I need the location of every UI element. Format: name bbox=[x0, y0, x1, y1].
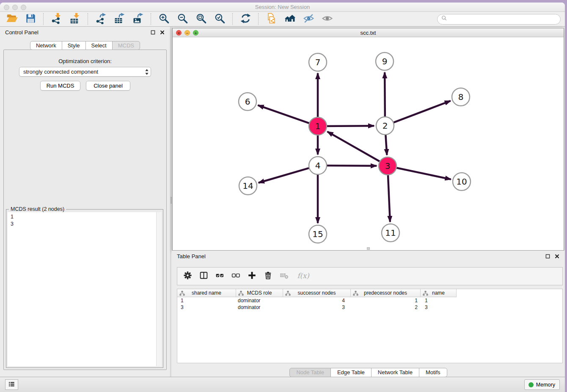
optimization-select[interactable]: strongly connected component bbox=[19, 67, 151, 77]
tab-network[interactable]: Network bbox=[30, 41, 62, 50]
zoom-selected-button[interactable] bbox=[213, 13, 226, 25]
app-window: Session: New Session Control Panel Netwo… bbox=[0, 3, 565, 392]
zoom-fit-button[interactable] bbox=[195, 13, 207, 25]
canvas-resize-grip[interactable] bbox=[367, 247, 370, 250]
table-row[interactable]: 1dominator411 bbox=[177, 297, 562, 304]
show-column-button[interactable] bbox=[199, 271, 208, 282]
tab-edge-table[interactable]: Edge Table bbox=[330, 368, 372, 377]
close-button[interactable] bbox=[4, 5, 9, 10]
export-image-icon bbox=[132, 13, 144, 26]
tab-node-table[interactable]: Node Table bbox=[289, 368, 331, 377]
search-box[interactable] bbox=[437, 14, 561, 25]
window-title: Session: New Session bbox=[0, 3, 565, 12]
refresh-icon bbox=[240, 13, 251, 26]
table-settings-button[interactable] bbox=[183, 271, 192, 282]
copy-network-icon bbox=[266, 13, 277, 26]
tab-mcds[interactable]: MCDS bbox=[112, 41, 140, 50]
trash-icon bbox=[264, 271, 272, 282]
column-header-predecessor-nodes[interactable]: predecessor nodes bbox=[351, 289, 421, 297]
column-header-shared-name[interactable]: shared name bbox=[177, 289, 236, 297]
network-minimize-button[interactable]: – bbox=[184, 30, 190, 36]
cell[interactable]: 3 bbox=[421, 304, 457, 311]
tab-style[interactable]: Style bbox=[62, 41, 86, 50]
open-folder-icon bbox=[6, 13, 18, 26]
zoom-button[interactable] bbox=[21, 5, 26, 10]
float-panel-icon[interactable] bbox=[150, 30, 156, 35]
cell[interactable]: 1 bbox=[421, 297, 457, 304]
graph-edge-1-6[interactable] bbox=[258, 105, 316, 125]
graph-edge-3-11[interactable] bbox=[388, 168, 390, 222]
zoom-in-button[interactable] bbox=[157, 13, 170, 25]
cell[interactable]: 2 bbox=[351, 304, 421, 311]
delete-column-button[interactable] bbox=[264, 271, 272, 282]
graph-edge-2-9[interactable] bbox=[385, 72, 385, 123]
run-mcds-button[interactable]: Run MCDS bbox=[40, 81, 80, 91]
export-network-button[interactable] bbox=[94, 13, 107, 25]
minimize-button[interactable] bbox=[12, 5, 18, 10]
graph-node-label: 14 bbox=[242, 181, 253, 191]
export-image-button[interactable] bbox=[132, 13, 144, 25]
graph-edge-2-8[interactable] bbox=[388, 101, 451, 125]
checkboxes-empty-icon bbox=[231, 271, 240, 282]
graph-edge-4-3[interactable] bbox=[320, 166, 377, 166]
hide-selected-button[interactable] bbox=[302, 13, 315, 25]
tab-network-table[interactable]: Network Table bbox=[371, 368, 419, 377]
cell[interactable]: 4 bbox=[283, 297, 351, 304]
memory-button[interactable]: Memory bbox=[524, 379, 560, 390]
cell[interactable]: 3 bbox=[283, 304, 351, 311]
show-panels-button[interactable] bbox=[5, 379, 18, 390]
list-icon bbox=[8, 380, 16, 389]
column-header-name[interactable]: name bbox=[421, 289, 457, 297]
network-canvas[interactable]: 7968124314101511 bbox=[173, 37, 564, 250]
network-zoom-button[interactable]: + bbox=[193, 30, 198, 36]
divider-grip[interactable] bbox=[171, 197, 172, 204]
save-icon bbox=[25, 13, 36, 26]
close-panel-icon[interactable] bbox=[160, 30, 165, 35]
table-toolbar: f(x) bbox=[177, 267, 563, 285]
column-header-mcds-role[interactable]: MCDS role bbox=[236, 289, 283, 297]
tab-motifs[interactable]: Motifs bbox=[419, 368, 447, 377]
control-panel-tabs: NetworkStyleSelectMCDS bbox=[0, 41, 170, 50]
optimization-select-value: strongly connected component bbox=[23, 69, 98, 75]
cell[interactable]: 3 bbox=[177, 304, 236, 311]
network-graph[interactable]: 7968124314101511 bbox=[173, 37, 564, 250]
graph-edge-3-10[interactable] bbox=[390, 166, 451, 179]
search-input[interactable] bbox=[449, 16, 556, 22]
graph-edge-3-1[interactable] bbox=[328, 132, 385, 165]
result-scrollbar[interactable] bbox=[156, 212, 162, 366]
float-table-panel-icon[interactable] bbox=[545, 254, 550, 259]
network-close-button[interactable]: × bbox=[176, 30, 182, 36]
toolbar-separator bbox=[232, 13, 233, 25]
import-network-button[interactable] bbox=[50, 13, 63, 25]
first-neighbors-button[interactable] bbox=[284, 13, 296, 25]
export-table-button[interactable] bbox=[113, 13, 126, 25]
column-header-successor-nodes[interactable]: successor nodes bbox=[283, 289, 351, 297]
select-all-button[interactable] bbox=[215, 271, 224, 282]
close-table-panel-icon[interactable] bbox=[554, 254, 560, 259]
zoom-out-button[interactable] bbox=[176, 13, 189, 25]
open-session-button[interactable] bbox=[6, 13, 18, 25]
graph-edge-4-14[interactable] bbox=[259, 166, 315, 183]
cell[interactable]: dominator bbox=[236, 297, 283, 304]
mcds-result-list[interactable]: 13 bbox=[8, 212, 162, 229]
cell[interactable]: 1 bbox=[351, 297, 421, 304]
add-column-button[interactable] bbox=[248, 271, 256, 282]
import-table-button[interactable] bbox=[69, 13, 81, 25]
tab-select[interactable]: Select bbox=[85, 41, 113, 50]
table-row[interactable]: 3dominator323 bbox=[177, 304, 562, 311]
window-titlebar[interactable]: Session: New Session bbox=[0, 3, 565, 12]
network-window-titlebar[interactable]: × – + scc.txt bbox=[173, 28, 564, 37]
save-session-button[interactable] bbox=[24, 13, 37, 25]
cell[interactable]: 1 bbox=[177, 297, 236, 304]
close-panel-button[interactable]: Close panel bbox=[86, 81, 130, 91]
graph-node-label: 1 bbox=[315, 121, 321, 131]
cell[interactable]: dominator bbox=[236, 304, 283, 311]
new-network-from-selection-button[interactable] bbox=[265, 13, 278, 25]
mcds-result-item: 3 bbox=[11, 221, 159, 228]
deselect-all-button[interactable] bbox=[231, 271, 240, 282]
apply-layout-button[interactable] bbox=[239, 13, 252, 25]
function-builder-button: f(x) bbox=[296, 271, 310, 282]
table-panel: Table Panel f(x) shared nameMCDS rolesuc… bbox=[172, 251, 565, 377]
column-label: name bbox=[432, 290, 445, 296]
graph-edge-1-2[interactable] bbox=[320, 126, 374, 126]
